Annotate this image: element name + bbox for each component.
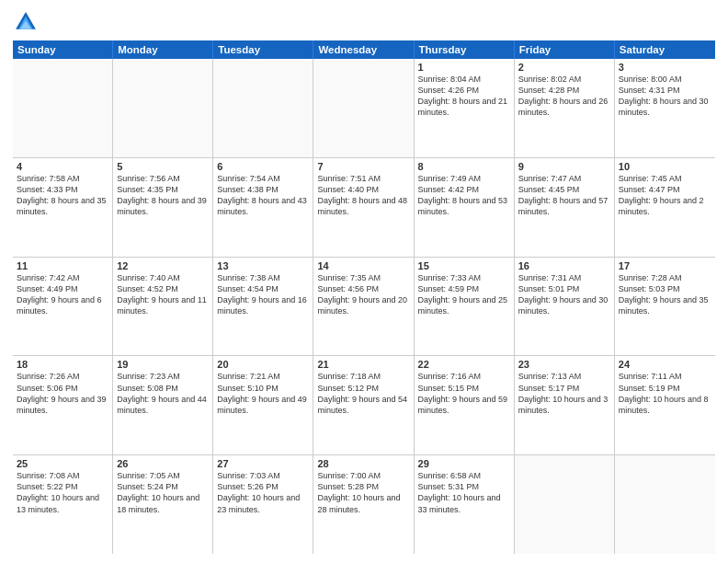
day-info: Sunrise: 7:03 AM Sunset: 5:26 PM Dayligh… — [217, 470, 309, 515]
day-number: 3 — [619, 62, 711, 73]
empty-cell — [213, 59, 313, 157]
day-cell-19: 19Sunrise: 7:23 AM Sunset: 5:08 PM Dayli… — [113, 356, 213, 454]
day-cell-17: 17Sunrise: 7:28 AM Sunset: 5:03 PM Dayli… — [615, 258, 715, 356]
day-header-wednesday: Wednesday — [313, 40, 414, 59]
day-info: Sunrise: 7:05 AM Sunset: 5:24 PM Dayligh… — [117, 470, 209, 515]
day-cell-25: 25Sunrise: 7:08 AM Sunset: 5:22 PM Dayli… — [13, 455, 113, 554]
day-number: 26 — [117, 458, 209, 469]
day-number: 12 — [117, 260, 209, 271]
day-info: Sunrise: 7:26 AM Sunset: 5:06 PM Dayligh… — [17, 371, 108, 416]
logo — [13, 9, 40, 35]
week-row-2: 4Sunrise: 7:58 AM Sunset: 4:33 PM Daylig… — [13, 158, 715, 258]
day-cell-8: 8Sunrise: 7:49 AM Sunset: 4:42 PM Daylig… — [415, 158, 515, 257]
day-cell-15: 15Sunrise: 7:33 AM Sunset: 4:59 PM Dayli… — [415, 258, 515, 356]
day-number: 10 — [619, 161, 711, 172]
day-info: Sunrise: 7:40 AM Sunset: 4:52 PM Dayligh… — [117, 272, 209, 317]
week-row-4: 18Sunrise: 7:26 AM Sunset: 5:06 PM Dayli… — [13, 356, 715, 455]
empty-cell — [615, 455, 715, 554]
week-row-1: 1Sunrise: 8:04 AM Sunset: 4:26 PM Daylig… — [13, 59, 715, 158]
header — [13, 9, 715, 35]
day-cell-12: 12Sunrise: 7:40 AM Sunset: 4:52 PM Dayli… — [113, 258, 213, 356]
day-number: 15 — [418, 260, 510, 271]
day-info: Sunrise: 6:58 AM Sunset: 5:31 PM Dayligh… — [418, 470, 510, 515]
day-header-friday: Friday — [515, 40, 615, 59]
day-number: 28 — [317, 458, 409, 469]
day-info: Sunrise: 7:42 AM Sunset: 4:49 PM Dayligh… — [17, 272, 108, 317]
day-number: 4 — [17, 161, 108, 172]
day-number: 5 — [117, 161, 209, 172]
calendar: SundayMondayTuesdayWednesdayThursdayFrid… — [13, 40, 715, 554]
day-number: 6 — [217, 161, 309, 172]
day-number: 27 — [217, 458, 309, 469]
day-info: Sunrise: 7:31 AM Sunset: 5:01 PM Dayligh… — [518, 272, 610, 317]
day-header-thursday: Thursday — [415, 40, 515, 59]
day-info: Sunrise: 7:38 AM Sunset: 4:54 PM Dayligh… — [217, 272, 309, 317]
day-cell-22: 22Sunrise: 7:16 AM Sunset: 5:15 PM Dayli… — [415, 356, 515, 454]
empty-cell — [515, 455, 615, 554]
day-cell-5: 5Sunrise: 7:56 AM Sunset: 4:35 PM Daylig… — [113, 158, 213, 257]
day-number: 9 — [518, 161, 610, 172]
day-info: Sunrise: 7:49 AM Sunset: 4:42 PM Dayligh… — [418, 173, 510, 218]
day-number: 24 — [619, 359, 711, 370]
day-info: Sunrise: 7:56 AM Sunset: 4:35 PM Dayligh… — [117, 173, 209, 218]
day-number: 18 — [17, 359, 108, 370]
week-row-3: 11Sunrise: 7:42 AM Sunset: 4:49 PM Dayli… — [13, 258, 715, 357]
day-number: 14 — [317, 260, 409, 271]
day-number: 7 — [317, 161, 409, 172]
day-cell-24: 24Sunrise: 7:11 AM Sunset: 5:19 PM Dayli… — [615, 356, 715, 454]
day-cell-6: 6Sunrise: 7:54 AM Sunset: 4:38 PM Daylig… — [213, 158, 313, 257]
day-number: 21 — [317, 359, 409, 370]
day-header-monday: Monday — [113, 40, 213, 59]
day-cell-3: 3Sunrise: 8:00 AM Sunset: 4:31 PM Daylig… — [615, 59, 715, 157]
day-header-sunday: Sunday — [13, 40, 113, 59]
day-number: 2 — [518, 62, 610, 73]
calendar-header: SundayMondayTuesdayWednesdayThursdayFrid… — [13, 40, 715, 59]
day-cell-28: 28Sunrise: 7:00 AM Sunset: 5:28 PM Dayli… — [313, 455, 414, 554]
day-info: Sunrise: 8:00 AM Sunset: 4:31 PM Dayligh… — [619, 74, 711, 119]
day-cell-11: 11Sunrise: 7:42 AM Sunset: 4:49 PM Dayli… — [13, 258, 113, 356]
day-info: Sunrise: 7:13 AM Sunset: 5:17 PM Dayligh… — [518, 371, 610, 416]
day-cell-10: 10Sunrise: 7:45 AM Sunset: 4:47 PM Dayli… — [615, 158, 715, 257]
day-cell-18: 18Sunrise: 7:26 AM Sunset: 5:06 PM Dayli… — [13, 356, 113, 454]
day-info: Sunrise: 7:54 AM Sunset: 4:38 PM Dayligh… — [217, 173, 309, 218]
day-info: Sunrise: 7:58 AM Sunset: 4:33 PM Dayligh… — [17, 173, 108, 218]
day-number: 17 — [619, 260, 711, 271]
page: SundayMondayTuesdayWednesdayThursdayFrid… — [0, 0, 728, 563]
day-number: 13 — [217, 260, 309, 271]
day-info: Sunrise: 7:11 AM Sunset: 5:19 PM Dayligh… — [619, 371, 711, 416]
week-row-5: 25Sunrise: 7:08 AM Sunset: 5:22 PM Dayli… — [13, 455, 715, 554]
day-info: Sunrise: 7:00 AM Sunset: 5:28 PM Dayligh… — [317, 470, 409, 515]
day-header-saturday: Saturday — [615, 40, 715, 59]
day-info: Sunrise: 7:35 AM Sunset: 4:56 PM Dayligh… — [317, 272, 409, 317]
day-info: Sunrise: 7:51 AM Sunset: 4:40 PM Dayligh… — [317, 173, 409, 218]
day-info: Sunrise: 7:16 AM Sunset: 5:15 PM Dayligh… — [418, 371, 510, 416]
day-cell-21: 21Sunrise: 7:18 AM Sunset: 5:12 PM Dayli… — [313, 356, 414, 454]
day-info: Sunrise: 7:45 AM Sunset: 4:47 PM Dayligh… — [619, 173, 711, 218]
day-cell-2: 2Sunrise: 8:02 AM Sunset: 4:28 PM Daylig… — [515, 59, 615, 157]
day-cell-20: 20Sunrise: 7:21 AM Sunset: 5:10 PM Dayli… — [213, 356, 313, 454]
day-info: Sunrise: 7:23 AM Sunset: 5:08 PM Dayligh… — [117, 371, 209, 416]
day-info: Sunrise: 8:02 AM Sunset: 4:28 PM Dayligh… — [518, 74, 610, 119]
day-cell-7: 7Sunrise: 7:51 AM Sunset: 4:40 PM Daylig… — [313, 158, 414, 257]
day-number: 25 — [17, 458, 108, 469]
day-cell-23: 23Sunrise: 7:13 AM Sunset: 5:17 PM Dayli… — [515, 356, 615, 454]
day-info: Sunrise: 7:47 AM Sunset: 4:45 PM Dayligh… — [518, 173, 610, 218]
day-info: Sunrise: 7:33 AM Sunset: 4:59 PM Dayligh… — [418, 272, 510, 317]
empty-cell — [113, 59, 213, 157]
day-info: Sunrise: 8:04 AM Sunset: 4:26 PM Dayligh… — [418, 74, 510, 119]
day-header-tuesday: Tuesday — [213, 40, 313, 59]
day-number: 23 — [518, 359, 610, 370]
calendar-body: 1Sunrise: 8:04 AM Sunset: 4:26 PM Daylig… — [13, 59, 715, 554]
day-number: 16 — [518, 260, 610, 271]
day-number: 8 — [418, 161, 510, 172]
day-cell-1: 1Sunrise: 8:04 AM Sunset: 4:26 PM Daylig… — [415, 59, 515, 157]
day-cell-29: 29Sunrise: 6:58 AM Sunset: 5:31 PM Dayli… — [415, 455, 515, 554]
logo-icon — [13, 9, 39, 35]
day-number: 19 — [117, 359, 209, 370]
day-info: Sunrise: 7:21 AM Sunset: 5:10 PM Dayligh… — [217, 371, 309, 416]
day-number: 29 — [418, 458, 510, 469]
day-cell-13: 13Sunrise: 7:38 AM Sunset: 4:54 PM Dayli… — [213, 258, 313, 356]
day-info: Sunrise: 7:18 AM Sunset: 5:12 PM Dayligh… — [317, 371, 409, 416]
day-cell-4: 4Sunrise: 7:58 AM Sunset: 4:33 PM Daylig… — [13, 158, 113, 257]
day-cell-16: 16Sunrise: 7:31 AM Sunset: 5:01 PM Dayli… — [515, 258, 615, 356]
